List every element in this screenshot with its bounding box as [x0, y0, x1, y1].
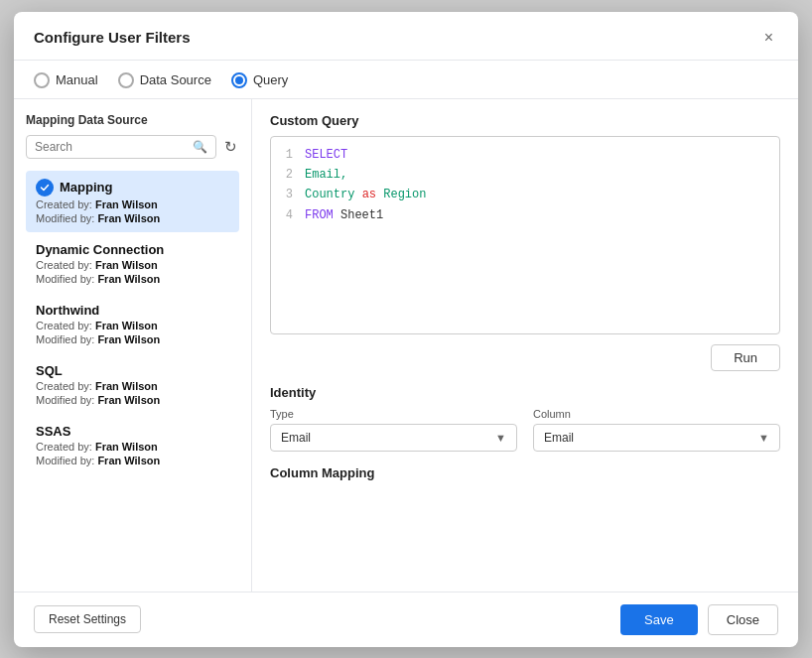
datasource-meta-northwind-modified: Modified by: Fran Wilson — [36, 333, 229, 345]
line-num-3: 3 — [281, 185, 293, 204]
refresh-button[interactable]: ↻ — [222, 136, 239, 158]
query-line-2: 2 Email, — [281, 165, 769, 185]
identity-title: Identity — [270, 385, 780, 400]
reset-settings-button[interactable]: Reset Settings — [34, 605, 141, 633]
datasource-meta-ssas: Created by: Fran Wilson — [36, 441, 229, 453]
line-num-2: 2 — [281, 165, 293, 185]
datasource-meta-mapping-modified: Modified by: Fran Wilson — [36, 212, 229, 224]
footer-right-buttons: Save Close — [620, 604, 778, 635]
datasource-name-ssas: SSAS — [36, 424, 70, 439]
tab-manual[interactable]: Manual — [34, 72, 98, 88]
dialog-header: Configure User Filters × — [14, 12, 798, 61]
column-select-value: Email — [544, 431, 574, 445]
tab-query-label: Query — [253, 72, 288, 87]
query-line-1: 1 SELECT — [281, 145, 769, 165]
query-line-3: 3 Country as Region — [281, 185, 769, 204]
datasource-item-mapping[interactable]: Mapping Created by: Fran Wilson Modified… — [26, 171, 239, 232]
col-email: Email, — [305, 165, 347, 185]
type-select[interactable]: Email ▼ — [270, 424, 517, 452]
datasource-meta-mapping: Created by: Fran Wilson — [36, 198, 229, 210]
column-mapping-title: Column Mapping — [270, 465, 780, 480]
search-input[interactable] — [35, 140, 193, 154]
alias-region: Region — [383, 188, 426, 201]
datasource-meta-northwind: Created by: Fran Wilson — [36, 320, 229, 331]
dialog-title: Configure User Filters — [34, 29, 191, 46]
column-field-group: Column Email ▼ — [533, 408, 780, 452]
datasource-name-northwind: Northwind — [36, 303, 99, 318]
close-button[interactable]: Close — [708, 604, 778, 635]
query-editor[interactable]: 1 SELECT 2 Email, 3 Country as Region 4 … — [270, 136, 780, 334]
datasource-meta-sql-modified: Modified by: Fran Wilson — [36, 394, 229, 406]
radio-query — [231, 72, 247, 88]
identity-row: Type Email ▼ Column Email ▼ — [270, 408, 780, 452]
tab-data-source[interactable]: Data Source — [118, 72, 211, 88]
datasource-meta-sql: Created by: Fran Wilson — [36, 380, 229, 392]
column-mapping-section: Column Mapping — [270, 465, 780, 488]
table-sheet1: Sheet1 — [334, 208, 383, 222]
datasource-item-ssas[interactable]: SSAS Created by: Fran Wilson Modified by… — [26, 416, 239, 474]
tab-query[interactable]: Query — [231, 72, 288, 88]
datasource-list: Mapping Created by: Fran Wilson Modified… — [26, 171, 239, 578]
filter-type-tabs: Manual Data Source Query — [14, 61, 798, 99]
custom-query-title: Custom Query — [270, 113, 780, 128]
type-select-value: Email — [281, 431, 311, 445]
configure-filters-dialog: Configure User Filters × Manual Data Sou… — [14, 12, 798, 647]
left-panel: Mapping Data Source 🔍 ↻ — [14, 99, 252, 592]
datasource-meta-dynamic: Created by: Fran Wilson — [36, 259, 229, 271]
datasource-item-header: Northwind — [36, 303, 229, 318]
identity-section: Identity Type Email ▼ Column Email ▼ — [270, 385, 780, 452]
datasource-item-northwind[interactable]: Northwind Created by: Fran Wilson Modifi… — [26, 295, 239, 353]
keyword-from: FROM — [305, 208, 334, 222]
radio-data-source — [118, 72, 134, 88]
chevron-down-icon-column: ▼ — [758, 432, 769, 444]
search-input-wrap[interactable]: 🔍 — [26, 135, 216, 159]
column-label: Column — [533, 408, 780, 420]
dialog-body: Mapping Data Source 🔍 ↻ — [14, 99, 798, 592]
save-button[interactable]: Save — [620, 604, 698, 635]
datasource-item-header: SQL — [36, 363, 229, 378]
dialog-footer: Reset Settings Save Close — [14, 592, 798, 647]
datasource-item-header: SSAS — [36, 424, 229, 439]
radio-manual — [34, 72, 50, 88]
datasource-meta-ssas-modified: Modified by: Fran Wilson — [36, 455, 229, 466]
datasource-meta-dynamic-modified: Modified by: Fran Wilson — [36, 273, 229, 285]
keyword-as: as — [362, 188, 376, 201]
search-icon: 🔍 — [193, 140, 207, 154]
keyword-select: SELECT — [305, 145, 347, 165]
type-label: Type — [270, 408, 517, 420]
line-num-1: 1 — [281, 145, 293, 165]
type-field-group: Type Email ▼ — [270, 408, 517, 452]
close-icon-button[interactable]: × — [759, 28, 778, 48]
right-panel: Custom Query 1 SELECT 2 Email, 3 Country… — [252, 99, 798, 592]
datasource-item-header: Dynamic Connection — [36, 242, 229, 257]
datasource-item-sql[interactable]: SQL Created by: Fran Wilson Modified by:… — [26, 355, 239, 414]
column-select[interactable]: Email ▼ — [533, 424, 780, 452]
datasource-name-mapping: Mapping — [60, 180, 112, 195]
datasource-item-dynamic[interactable]: Dynamic Connection Created by: Fran Wils… — [26, 234, 239, 293]
datasource-name-dynamic: Dynamic Connection — [36, 242, 164, 257]
col-country: Country — [305, 188, 354, 201]
chevron-down-icon-type: ▼ — [495, 432, 506, 444]
run-row: Run — [270, 344, 780, 371]
mapping-data-source-label: Mapping Data Source — [26, 113, 239, 127]
search-row: 🔍 ↻ — [26, 135, 239, 159]
selected-check-icon — [36, 179, 54, 197]
tab-manual-label: Manual — [56, 72, 98, 87]
query-line-4: 4 FROM Sheet1 — [281, 205, 769, 225]
datasource-item-header: Mapping — [36, 179, 229, 197]
tab-data-source-label: Data Source — [140, 72, 211, 87]
datasource-name-sql: SQL — [36, 363, 63, 378]
run-button[interactable]: Run — [711, 344, 780, 371]
line-num-4: 4 — [281, 205, 293, 225]
